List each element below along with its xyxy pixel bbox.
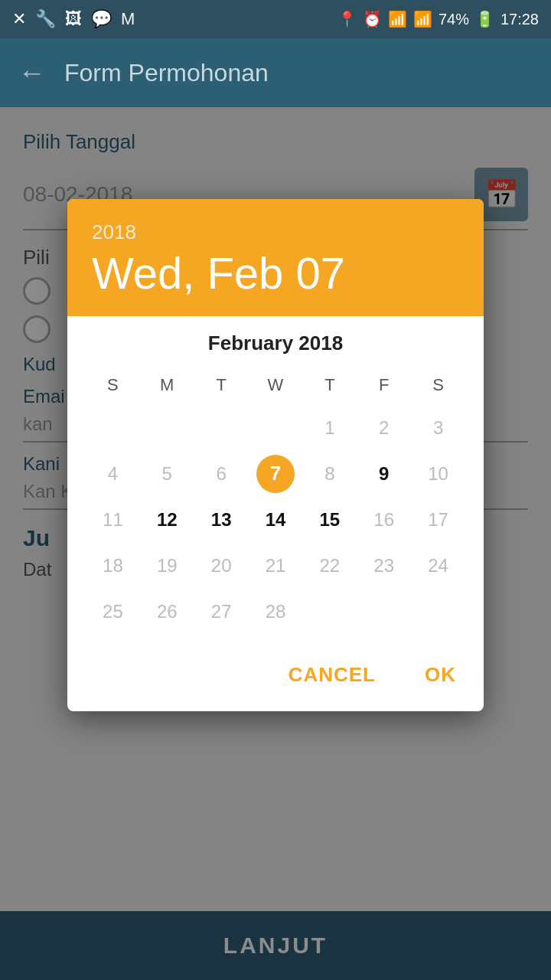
day-empty-3 [194, 407, 249, 449]
day-24[interactable]: 24 [411, 545, 465, 586]
day-empty-5 [302, 591, 357, 632]
wrench-icon: 🔧 [35, 9, 56, 29]
col-header-wed: W [249, 371, 303, 400]
back-button[interactable]: ← [18, 57, 46, 89]
day-9[interactable]: 9 [357, 453, 411, 495]
day-1[interactable]: 1 [302, 407, 357, 449]
status-bar: ✕ 🔧 🖼 💬 M 📍 ⏰ 📶 📶 74% 🔋 17:28 [0, 0, 551, 38]
date-picker-dialog: 2018 Wed, Feb 07 February 2018 S M T W T… [67, 199, 484, 711]
selected-circle: 7 [256, 455, 295, 493]
calendar-week-1: 1 2 3 [86, 407, 465, 449]
wifi-icon: 📶 [388, 10, 407, 28]
col-header-sun: S [86, 371, 140, 400]
dialog-year: 2018 [92, 220, 459, 244]
day-3[interactable]: 3 [411, 407, 465, 449]
month-title: February 2018 [86, 332, 465, 355]
col-header-tue: T [194, 371, 249, 400]
day-15[interactable]: 15 [302, 499, 357, 541]
dialog-footer: CANCEL OK [67, 645, 484, 711]
image-icon: 🖼 [65, 9, 82, 29]
dialog-date-big: Wed, Feb 07 [92, 249, 459, 298]
day-28[interactable]: 28 [249, 591, 303, 632]
mail-icon: M [121, 9, 135, 29]
day-20[interactable]: 20 [194, 545, 249, 586]
day-18[interactable]: 18 [86, 545, 140, 586]
day-11[interactable]: 11 [86, 499, 140, 541]
day-2[interactable]: 2 [357, 407, 411, 449]
app-bar-title: Form Permohonan [64, 59, 269, 87]
status-icons-left: ✕ 🔧 🖼 💬 M [12, 9, 135, 29]
day-8[interactable]: 8 [302, 453, 357, 495]
day-empty-6 [357, 591, 411, 632]
calendar-header-row: S M T W T F S [86, 371, 465, 400]
calendar-week-2: 4 5 6 7 8 9 10 [86, 453, 465, 495]
calendar-week-3: 11 12 13 14 15 16 17 [86, 499, 465, 541]
day-empty-2 [140, 407, 194, 449]
col-header-fri: F [357, 371, 411, 400]
col-header-mon: M [140, 371, 194, 400]
day-25[interactable]: 25 [86, 591, 140, 632]
day-22[interactable]: 22 [302, 545, 357, 586]
location-icon: 📍 [337, 10, 357, 28]
day-27[interactable]: 27 [194, 591, 249, 632]
day-23[interactable]: 23 [357, 545, 411, 586]
whatsapp-icon: 💬 [91, 9, 112, 29]
day-10[interactable]: 10 [411, 453, 465, 495]
day-5[interactable]: 5 [140, 453, 194, 495]
day-4[interactable]: 4 [86, 453, 140, 495]
phone-icon: ✕ [12, 9, 26, 29]
alarm-icon: ⏰ [363, 10, 382, 28]
battery-icon: 🔋 [475, 10, 494, 28]
day-6[interactable]: 6 [194, 453, 249, 495]
signal-icon: 📶 [413, 10, 432, 28]
day-empty-4 [249, 407, 303, 449]
app-bar: ← Form Permohonan [0, 38, 551, 107]
day-17[interactable]: 17 [411, 499, 465, 541]
day-12[interactable]: 12 [140, 499, 194, 541]
day-empty-1 [86, 407, 140, 449]
dialog-body: February 2018 S M T W T F S 1 2 3 [67, 316, 484, 645]
battery-text: 74% [439, 11, 469, 28]
day-19[interactable]: 19 [140, 545, 194, 586]
dialog-header: 2018 Wed, Feb 07 [67, 199, 484, 316]
time-display: 17:28 [500, 11, 539, 28]
calendar-grid: S M T W T F S 1 2 3 4 5 6 [86, 371, 465, 632]
col-header-sat: S [411, 371, 465, 400]
day-21[interactable]: 21 [249, 545, 303, 586]
day-13[interactable]: 13 [194, 499, 249, 541]
cancel-button[interactable]: CANCEL [279, 657, 385, 693]
day-16[interactable]: 16 [357, 499, 411, 541]
calendar-week-4: 18 19 20 21 22 23 24 [86, 545, 465, 586]
day-empty-7 [411, 591, 465, 632]
day-7-selected[interactable]: 7 [249, 453, 303, 495]
day-26[interactable]: 26 [140, 591, 194, 632]
col-header-thu: T [302, 371, 357, 400]
calendar-week-5: 25 26 27 28 [86, 591, 465, 632]
day-14[interactable]: 14 [249, 499, 303, 541]
ok-button[interactable]: OK [416, 657, 465, 693]
status-icons-right: 📍 ⏰ 📶 📶 74% 🔋 17:28 [337, 10, 539, 28]
